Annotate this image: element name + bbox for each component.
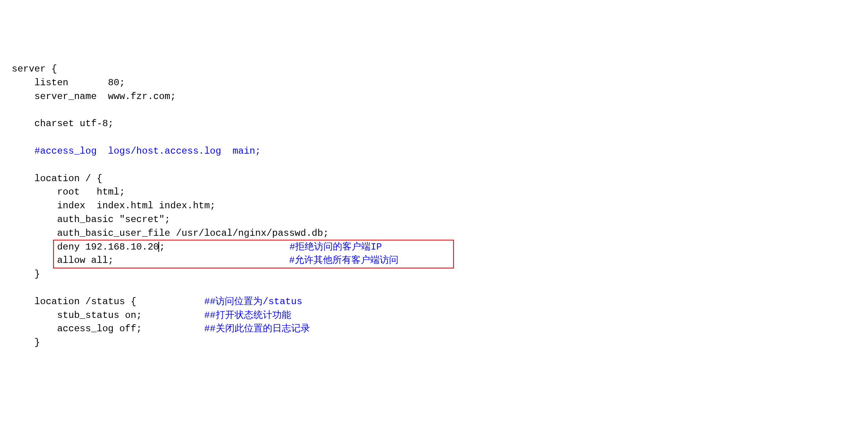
code-text: index index.html index.htm; xyxy=(12,200,215,211)
code-line: index index.html index.htm; xyxy=(12,199,856,213)
code-line: } xyxy=(12,336,856,350)
code-line: allow all; #允许其他所有客户端访问 xyxy=(12,254,856,268)
code-line: server { xyxy=(12,62,856,76)
code-line xyxy=(12,281,856,295)
code-line: charset utf-8; xyxy=(12,117,856,131)
code-line: auth_basic "secret"; xyxy=(12,213,856,227)
code-line xyxy=(12,131,856,145)
code-line: #access_log logs/host.access.log main; xyxy=(12,145,856,158)
code-text: listen 80; xyxy=(12,77,125,88)
code-text: allow all; xyxy=(12,255,114,266)
code-text: location / { xyxy=(12,173,102,184)
code-text: server_name www.fzr.com; xyxy=(12,91,176,102)
code-line: auth_basic_user_file /usr/local/nginx/pa… xyxy=(12,227,856,241)
code-text: charset utf-8; xyxy=(12,118,114,129)
code-comment: ##打开状态统计功能 xyxy=(204,310,291,321)
code-line: } xyxy=(12,268,856,281)
code-text: auth_basic_user_file /usr/local/nginx/pa… xyxy=(12,228,329,239)
code-text: root html; xyxy=(12,187,125,197)
code-text: } xyxy=(12,337,40,348)
code-text xyxy=(12,146,35,156)
code-line xyxy=(12,158,856,172)
code-line xyxy=(12,104,856,118)
code-block: server { listen 80; server_name www.fzr.… xyxy=(12,62,856,350)
code-text: ; xyxy=(159,242,165,252)
code-line: location / { xyxy=(12,172,856,186)
code-comment: #允许其他所有客户端访问 xyxy=(289,255,398,266)
code-comment: #access_log logs/host.access.log main; xyxy=(35,146,261,156)
code-text: deny 192.168.10.20 xyxy=(12,242,159,252)
code-text: location /status { xyxy=(12,296,136,307)
code-line: root html; xyxy=(12,185,856,199)
code-comment: ##访问位置为/status xyxy=(204,296,303,307)
code-text: access_log off; xyxy=(12,323,142,334)
code-line: access_log off; ##关闭此位置的日志记录 xyxy=(12,322,856,336)
code-line: stub_status on; ##打开状态统计功能 xyxy=(12,309,856,323)
code-text: auth_basic "secret"; xyxy=(12,214,170,225)
code-line: server_name www.fzr.com; xyxy=(12,90,856,104)
code-line: listen 80; xyxy=(12,76,856,90)
code-comment: ##关闭此位置的日志记录 xyxy=(204,323,310,334)
code-text: stub_status on; xyxy=(12,310,142,321)
code-comment: #拒绝访问的客户端IP xyxy=(290,242,382,252)
code-text: } xyxy=(12,269,40,279)
code-line: deny 192.168.10.20; #拒绝访问的客户端IP xyxy=(12,241,856,254)
code-line: location /status { ##访问位置为/status xyxy=(12,295,856,309)
code-text: server { xyxy=(12,64,57,74)
